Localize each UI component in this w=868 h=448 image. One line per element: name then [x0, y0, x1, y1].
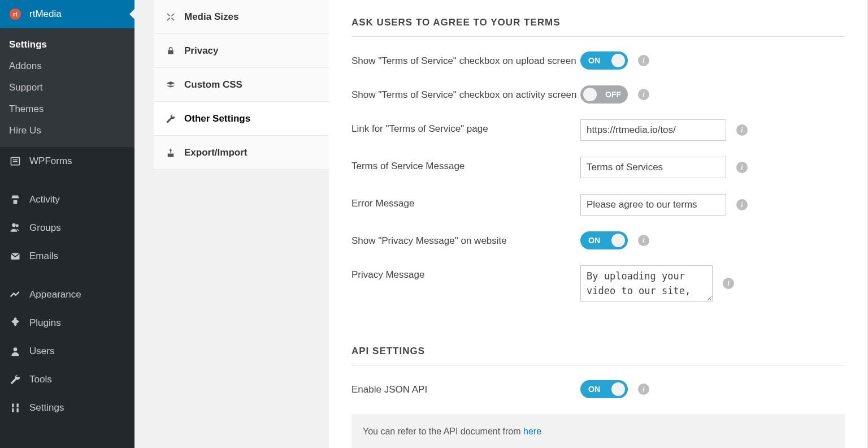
sidebar-item-label: Users [29, 346, 54, 357]
info-icon[interactable]: i [638, 384, 649, 395]
submenu-item-addons[interactable]: Addons [0, 55, 134, 77]
tab-label: Other Settings [184, 113, 250, 124]
notice-text: You can refer to the API document from [363, 427, 523, 436]
sidebar-item-activity[interactable]: Activity [0, 186, 134, 214]
submenu-item-hireus[interactable]: Hire Us [0, 120, 134, 141]
submenu-item-support[interactable]: Support [0, 77, 134, 98]
sidebar-item-label: WPForms [29, 156, 72, 167]
label-enable-api: Enable JSON API [351, 380, 580, 397]
section-title-terms: Ask users to agree to your terms [351, 17, 845, 37]
tab-privacy[interactable]: Privacy [154, 34, 329, 68]
svg-rect-11 [17, 404, 19, 408]
appearance-icon [9, 288, 21, 301]
api-notice: You can refer to the API document from h… [351, 414, 845, 448]
sidebar-item-label: Groups [29, 222, 61, 234]
input-tos-link[interactable] [580, 119, 726, 141]
svg-text:rt: rt [13, 11, 18, 18]
info-icon[interactable]: i [638, 55, 649, 66]
sidebar-item-plugins[interactable]: Plugins [0, 309, 134, 337]
submenu-item-settings[interactable]: Settings [0, 34, 134, 55]
sidebar-item-label: Appearance [29, 289, 81, 300]
privacy-icon [165, 45, 176, 57]
toggle-tos-activity[interactable]: OFF [580, 85, 628, 104]
input-err-msg[interactable] [580, 194, 726, 216]
label-tos-activity: Show "Terms of Service" checkbox on acti… [351, 85, 580, 102]
sidebar-item-wpforms[interactable]: WPForms [0, 147, 134, 175]
sidebar-submenu: Settings Addons Support Themes Hire Us [0, 28, 134, 147]
settings-content: Ask users to agree to your terms Show "T… [329, 0, 868, 448]
info-icon[interactable]: i [638, 89, 649, 100]
label-tos-msg: Terms of Service Message [351, 157, 580, 174]
settings-icon [9, 402, 21, 414]
sidebar-item-groups[interactable]: Groups [0, 214, 134, 242]
tab-label: Export/Import [184, 147, 247, 158]
sidebar-item-label: rtMedia [29, 8, 62, 20]
wpforms-icon [9, 155, 21, 167]
tab-media-sizes[interactable]: Media Sizes [154, 0, 329, 34]
plugins-icon [9, 317, 21, 329]
svg-point-6 [16, 224, 19, 227]
tab-label: Media Sizes [184, 11, 238, 23]
sidebar-item-label: Tools [29, 374, 52, 385]
label-err-msg: Error Message [351, 194, 580, 211]
toggle-tos-upload[interactable]: ON [580, 51, 628, 70]
svg-rect-10 [12, 408, 14, 412]
toggle-privacy-show[interactable]: ON [580, 231, 628, 249]
sidebar-item-settings[interactable]: Settings [0, 394, 134, 422]
activity-icon [9, 193, 21, 206]
svg-point-8 [14, 347, 18, 351]
info-icon[interactable]: i [736, 162, 748, 173]
svg-rect-9 [12, 404, 14, 408]
label-tos-link: Link for "Terms of Service" page [351, 119, 580, 136]
rtmedia-icon: rt [9, 8, 21, 20]
export-icon [165, 147, 176, 158]
sidebar-item-emails[interactable]: Emails [0, 242, 134, 270]
sidebar-item-rtmedia[interactable]: rt rtMedia [0, 0, 134, 28]
tab-label: Privacy [184, 45, 219, 57]
sidebar-item-tools[interactable]: Tools [0, 365, 134, 394]
input-tos-msg[interactable] [580, 157, 726, 178]
svg-rect-14 [168, 153, 174, 157]
label-privacy-msg: Privacy Message [351, 265, 580, 282]
customcss-icon [165, 79, 176, 91]
emails-icon [9, 250, 21, 262]
sidebar-item-label: Activity [29, 194, 60, 205]
settings-tabs: Media Sizes Privacy Custom CSS Other Set… [154, 0, 329, 448]
toggle-enable-api[interactable]: ON [580, 380, 628, 398]
tab-other-settings[interactable]: Other Settings [154, 102, 329, 136]
submenu-item-themes[interactable]: Themes [0, 98, 134, 120]
groups-icon [9, 222, 21, 234]
textarea-privacy-msg[interactable]: By uploading your video to our site, [580, 265, 713, 301]
tools-icon [9, 373, 21, 386]
label-tos-upload: Show "Terms of Service" checkbox on uplo… [351, 51, 580, 68]
mediasizes-icon [165, 11, 176, 23]
svg-rect-13 [168, 50, 173, 54]
info-icon[interactable]: i [638, 235, 649, 246]
info-icon[interactable]: i [723, 278, 734, 289]
other-icon [165, 113, 176, 124]
info-icon[interactable]: i [736, 124, 748, 136]
svg-point-5 [12, 223, 16, 227]
notice-link[interactable]: here [523, 427, 541, 436]
section-title-api: API Settings [351, 346, 845, 365]
tab-label: Custom CSS [184, 79, 242, 91]
sidebar-item-label: Emails [29, 251, 58, 262]
tab-export-import[interactable]: Export/Import [154, 136, 329, 170]
sidebar-item-label: Plugins [29, 317, 61, 329]
info-icon[interactable]: i [736, 199, 748, 210]
tab-custom-css[interactable]: Custom CSS [154, 68, 329, 102]
svg-rect-12 [17, 408, 19, 412]
sidebar-item-appearance[interactable]: Appearance [0, 281, 134, 309]
label-privacy-show: Show "Privacy Message" on website [351, 231, 580, 248]
sidebar-item-label: Settings [29, 402, 64, 413]
sidebar-item-users[interactable]: Users [0, 337, 134, 365]
users-icon [9, 345, 21, 357]
